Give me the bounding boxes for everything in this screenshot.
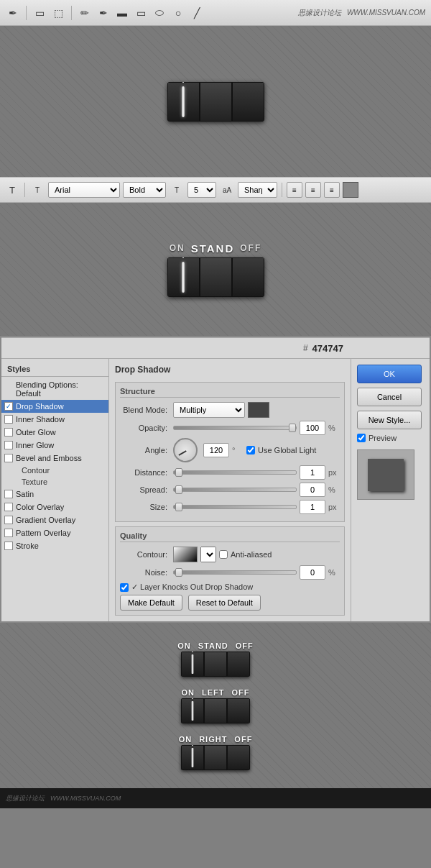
outer-glow-checkbox[interactable] [4,428,13,437]
distance-value-input[interactable] [300,465,325,480]
noise-slider[interactable] [173,570,297,575]
angle-dial[interactable] [173,438,198,462]
pattern-overlay-checkbox[interactable] [4,529,13,537]
gradient-overlay-checkbox[interactable] [4,516,13,524]
satin-checkbox[interactable] [4,490,13,498]
stand-handle [191,654,193,674]
reset-default-btn[interactable]: Reset to Default [188,595,261,611]
style-item-pattern-overlay[interactable]: Pattern Overlay [1,526,108,539]
style-item-stroke[interactable]: Stroke [1,539,108,552]
spread-slider[interactable] [173,488,297,492]
angle-line [178,450,186,456]
angle-value-input[interactable] [203,443,229,457]
style-item-contour[interactable]: Contour [1,465,108,476]
align-center-btn[interactable]: ≡ [305,182,321,198]
font-size-select[interactable]: 5 pt [187,182,216,198]
blend-mode-select[interactable]: Multiply [173,402,245,418]
bevel-emboss-checkbox[interactable] [4,454,13,462]
ok-button[interactable]: OK [357,365,422,383]
color-overlay-checkbox[interactable] [4,503,13,511]
layer-knocks-checkbox[interactable] [120,583,129,592]
stroke-checkbox[interactable] [4,542,13,550]
right-seg-mid[interactable] [204,745,227,770]
canvas-area-bottom: ON STAND OFF ON LEFT OFF [0,623,431,788]
text-color-box[interactable] [343,182,358,198]
inner-shadow-checkbox[interactable] [4,415,13,424]
rect-icon[interactable]: ▭ [134,6,148,20]
new-style-button[interactable]: New Style... [357,411,422,429]
toggle-segment-right-2[interactable] [232,257,264,297]
preview-label: Preview [369,434,397,442]
anti-aliased-checkbox[interactable] [219,550,228,559]
text-toolbar: T T Arial Bold T 5 pt aA Sharp ≡ ≡ ≡ [0,177,431,203]
opacity-slider[interactable] [173,426,297,430]
stand-seg-mid[interactable] [204,652,227,677]
ellipse-icon[interactable]: ⬭ [152,6,167,20]
stand-seg-left[interactable] [181,652,204,677]
canvas-area-2: ON STAND OFF [0,203,431,336]
distance-slider-thumb [175,468,182,477]
anti-aliased-label: Anti-aliased [231,550,272,559]
style-item-bevel-emboss[interactable]: Bevel and Emboss [1,452,108,465]
rect-select-icon[interactable]: ▭ [32,6,47,20]
inner-glow-checkbox[interactable] [4,441,13,449]
style-item-gradient-overlay[interactable]: Gradient Overlay [1,513,108,526]
circle-icon[interactable]: ○ [171,6,185,20]
hash-sign: # [303,343,308,353]
toggle-segment-mid-2[interactable] [200,257,232,297]
stand-main-label: STAND [198,641,228,650]
align-right-btn[interactable]: ≡ [324,182,340,198]
left-seg-mid[interactable] [204,698,227,723]
font-name-select[interactable]: Arial [48,182,120,198]
rect-shape-icon[interactable]: ▬ [115,6,129,20]
align-left-btn[interactable]: ≡ [287,182,302,198]
style-item-drop-shadow[interactable]: ✓ Drop Shadow [1,400,108,413]
toggle-segment-left-1[interactable] [167,82,200,122]
distance-slider[interactable] [173,470,297,475]
cancel-button[interactable]: Cancel [357,388,422,406]
lasso-icon[interactable]: ⬚ [51,6,65,20]
text-tool-icon[interactable]: T [4,182,20,198]
line-icon[interactable]: ╱ [190,6,204,20]
opacity-slider-thumb [289,424,296,432]
pen-tool-icon[interactable]: ✒ [6,6,20,20]
toggle-segment-mid-1[interactable] [200,82,232,122]
style-item-outer-glow[interactable]: Outer Glow [1,426,108,439]
toggle-segment-right-1[interactable] [232,82,264,122]
left-seg-left[interactable] [181,698,204,723]
right-seg-right[interactable] [227,745,250,770]
font-style-select[interactable]: Bold [123,182,166,198]
opacity-value-input[interactable] [300,421,325,435]
size-row: Size: px [120,500,340,514]
toggle-segment-left-2[interactable] [167,257,200,297]
layer-knocks-row: ✓ Layer Knocks Out Drop Shadow [120,583,340,592]
make-default-btn[interactable]: Make Default [120,595,182,611]
shadow-color-swatch[interactable] [248,402,269,418]
global-light-checkbox[interactable] [246,446,255,454]
angle-label: Angle: [120,446,170,454]
stand-seg-right[interactable] [227,652,250,677]
contour-preview[interactable] [173,547,198,562]
style-item-inner-glow[interactable]: Inner Glow [1,439,108,452]
spread-value-input[interactable] [300,483,325,497]
size-value-input[interactable] [300,500,325,514]
path-icon[interactable]: ✏ [78,6,92,20]
left-seg-right[interactable] [227,698,250,723]
stroke-label: Stroke [16,542,39,550]
right-label-row: ON RIGHT OFF [179,735,253,744]
style-item-satin[interactable]: Satin [1,488,108,501]
style-item-color-overlay[interactable]: Color Overlay [1,501,108,513]
style-item-texture[interactable]: Texture [1,476,108,488]
style-item-inner-shadow[interactable]: Inner Shadow [1,413,108,426]
style-item-blending[interactable]: Blending Options: Default [1,378,108,400]
size-slider[interactable] [173,505,297,509]
noise-value-input[interactable] [300,565,325,580]
texture-label: Texture [22,478,47,486]
font-aa-select[interactable]: Sharp [238,182,277,198]
preview-checkbox[interactable] [357,434,366,442]
right-off-label: OFF [234,735,252,744]
right-seg-left[interactable] [181,745,204,770]
contour-select[interactable]: ▾ [200,547,216,562]
drop-shadow-checkbox[interactable]: ✓ [4,402,13,411]
pen-icon[interactable]: ✒ [96,6,111,20]
